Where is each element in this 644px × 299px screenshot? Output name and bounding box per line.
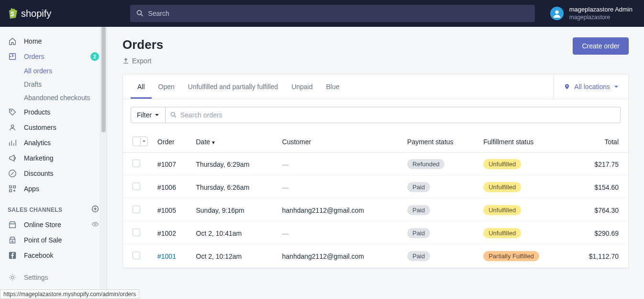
svg-point-10 — [12, 241, 13, 242]
sidebar-item-home[interactable]: Home — [0, 34, 107, 49]
channel-point-of-sale[interactable]: Point of Sale — [0, 232, 107, 248]
global-search-input[interactable] — [148, 10, 529, 17]
channel-facebook[interactable]: Facebook — [0, 248, 107, 263]
row-checkbox[interactable] — [133, 229, 140, 236]
order-date: Oct 2, 10:12am — [191, 245, 278, 268]
order-date: Thursday, 6:26am — [191, 176, 278, 199]
tab-unpaid[interactable]: Unpaid — [285, 74, 319, 99]
svg-point-9 — [94, 223, 96, 225]
logo-area[interactable]: shopify — [0, 8, 115, 19]
chevron-down-icon — [614, 84, 619, 89]
tab-unfulfilled-and-partially-fulfilled[interactable]: Unfulfilled and partially fulfilled — [181, 74, 285, 99]
export-icon — [122, 58, 129, 64]
discounts-icon — [8, 169, 17, 178]
order-link[interactable]: #1001 — [157, 253, 176, 260]
order-id: #1005 — [157, 207, 176, 214]
gear-icon — [8, 273, 17, 282]
customers-icon — [8, 123, 17, 132]
order-tabs: AllOpenUnfulfilled and partially fulfill… — [123, 74, 354, 99]
svg-point-0 — [555, 11, 558, 14]
col-customer[interactable]: Customer — [278, 131, 403, 153]
location-icon — [564, 83, 570, 90]
col-date[interactable]: Date▼ — [191, 131, 278, 153]
tab-open[interactable]: Open — [152, 74, 181, 99]
sidebar-item-products[interactable]: Products — [0, 104, 107, 120]
orders-icon — [8, 52, 17, 61]
table-row[interactable]: #1001 Oct 2, 10:12am hanhdang2112@gmail.… — [123, 245, 628, 268]
orders-table: Order Date▼ Customer Payment status Fulf… — [123, 131, 628, 268]
sidebar-scrollbar[interactable] — [100, 27, 107, 299]
channel-online-store[interactable]: Online Store — [0, 217, 107, 232]
filter-button[interactable]: Filter — [131, 107, 166, 123]
sidebar-item-settings[interactable]: Settings — [0, 270, 107, 285]
eye-icon[interactable] — [91, 220, 99, 230]
add-channel-button[interactable] — [91, 205, 99, 214]
tab-all[interactable]: All — [131, 74, 152, 99]
home-icon — [8, 36, 17, 46]
row-checkbox[interactable] — [133, 183, 140, 190]
fulfillment-badge: Unfulfilled — [483, 159, 521, 169]
sidebar-item-apps[interactable]: Apps — [0, 181, 107, 196]
table-row[interactable]: #1002 Oct 2, 10:41am — Paid Unfulfilled … — [123, 222, 628, 245]
subnav-all-orders[interactable]: All orders — [24, 64, 107, 78]
search-icon — [170, 111, 178, 119]
table-row[interactable]: #1006 Thursday, 6:26am — Paid Unfulfille… — [123, 176, 628, 199]
main-content: Orders Export Create order AllOpenUnfulf… — [107, 27, 644, 299]
fulfillment-badge: Partially Fulfilled — [483, 251, 539, 261]
analytics-icon — [8, 138, 17, 148]
order-date: Oct 2, 10:41am — [191, 222, 278, 245]
row-checkbox[interactable] — [133, 160, 140, 167]
search-orders[interactable] — [165, 107, 621, 123]
search-orders-input[interactable] — [180, 111, 615, 119]
svg-rect-7 — [10, 190, 12, 192]
sort-desc-icon: ▼ — [211, 140, 216, 145]
table-row[interactable]: #1005 Sunday, 9:16pm hanhdang2112@gmail.… — [123, 199, 628, 222]
apps-icon — [8, 184, 17, 194]
sidebar-item-orders[interactable]: Orders 2 — [0, 49, 107, 64]
tab-blue[interactable]: Blue — [320, 74, 346, 99]
sidebar-item-marketing[interactable]: Marketing — [0, 150, 107, 166]
avatar — [550, 7, 564, 20]
export-button[interactable]: Export — [122, 57, 151, 65]
top-bar: shopify mageplazastore Admin mageplazast… — [0, 0, 644, 27]
order-id: #1007 — [157, 161, 176, 168]
col-payment[interactable]: Payment status — [402, 131, 478, 153]
payment-badge: Paid — [407, 182, 430, 192]
payment-badge: Paid — [407, 228, 430, 238]
col-order[interactable]: Order — [153, 131, 191, 153]
orders-card: AllOpenUnfulfilled and partially fulfill… — [122, 74, 629, 268]
payment-badge: Paid — [407, 251, 430, 261]
svg-point-2 — [11, 110, 11, 111]
user-text: mageplazastore Admin mageplazastore — [569, 6, 633, 21]
table-row[interactable]: #1007 Thursday, 6:29am — Refunded Unfulf… — [123, 153, 628, 176]
marketing-icon — [8, 153, 17, 163]
browser-status-bar: https://mageplazastore.myshopify.com/adm… — [0, 289, 139, 299]
row-checkbox[interactable] — [133, 206, 140, 213]
order-total: $764.30 — [568, 199, 628, 222]
svg-rect-5 — [10, 186, 12, 188]
svg-rect-6 — [13, 186, 16, 188]
subnav-abandoned-checkouts[interactable]: Abandoned checkouts — [24, 91, 107, 104]
sidebar-item-discounts[interactable]: Discounts — [0, 166, 107, 181]
fulfillment-badge: Unfulfilled — [483, 205, 521, 215]
orders-badge: 2 — [90, 52, 99, 61]
col-fulfillment[interactable]: Fulfillment status — [478, 131, 568, 153]
svg-point-3 — [11, 125, 13, 127]
sidebar: Home Orders 2 All ordersDraftsAbandoned … — [0, 27, 107, 299]
subnav-drafts[interactable]: Drafts — [24, 78, 107, 91]
select-all-checkbox[interactable] — [133, 137, 148, 146]
svg-point-12 — [11, 276, 13, 278]
shopify-logo: shopify — [8, 8, 51, 19]
brand-text: shopify — [21, 8, 51, 19]
row-checkbox[interactable] — [133, 252, 140, 259]
order-id: #1002 — [157, 230, 176, 237]
sidebar-item-analytics[interactable]: Analytics — [0, 135, 107, 150]
user-menu[interactable]: mageplazastore Admin mageplazastore — [550, 6, 644, 21]
order-customer: — — [278, 176, 403, 199]
locations-dropdown[interactable]: All locations — [554, 74, 628, 99]
create-order-button[interactable]: Create order — [573, 37, 629, 55]
col-total[interactable]: Total — [568, 131, 628, 153]
sidebar-item-customers[interactable]: Customers — [0, 120, 107, 135]
global-search[interactable] — [130, 5, 535, 22]
order-total: $1,112.70 — [568, 245, 628, 268]
